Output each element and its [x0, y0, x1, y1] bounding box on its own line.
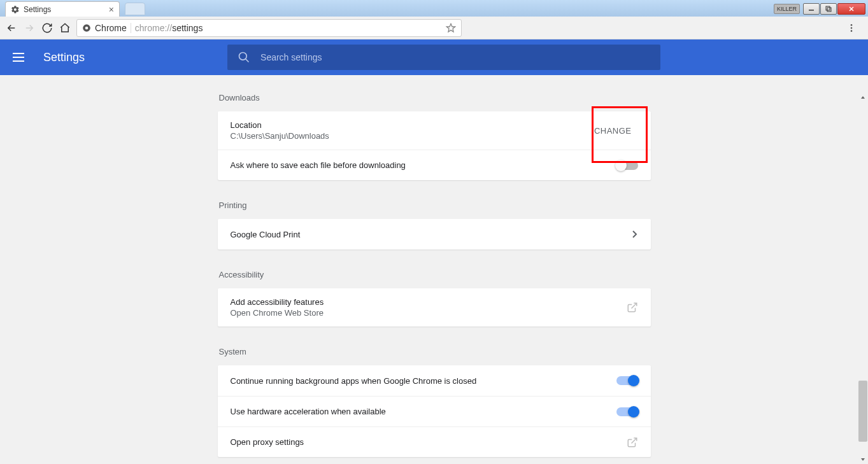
add-accessibility-sub: Open Chrome Web Store	[231, 308, 324, 318]
bg-apps-toggle[interactable]	[616, 376, 638, 385]
maximize-button[interactable]	[820, 3, 837, 15]
chrome-icon	[82, 24, 91, 32]
browser-tab[interactable]: Settings ×	[5, 1, 120, 17]
section-title-downloads: Downloads	[218, 88, 651, 111]
proxy-row[interactable]: Open proxy settings	[218, 426, 651, 457]
svg-point-7	[239, 53, 247, 60]
section-title-system: System	[218, 342, 651, 365]
external-link-icon	[627, 302, 638, 313]
window-titlebar: Settings × KILLER	[0, 0, 868, 17]
svg-point-4	[851, 24, 853, 26]
change-button[interactable]: CHANGE	[588, 122, 638, 139]
download-location-row: Location C:\Users\Sanju\Downloads CHANGE	[218, 111, 651, 150]
svg-rect-1	[827, 8, 831, 11]
close-button[interactable]	[837, 3, 865, 15]
new-tab-button[interactable]	[125, 3, 145, 15]
hamburger-menu-icon[interactable]	[13, 50, 28, 65]
browser-menu-icon[interactable]	[845, 22, 858, 34]
section-title-printing: Printing	[218, 195, 651, 219]
chevron-right-icon	[632, 230, 638, 238]
add-accessibility-label: Add accessibility features	[231, 297, 324, 307]
printing-card: Google Cloud Print	[218, 219, 651, 250]
omnibox-url: chrome://settings	[135, 23, 442, 33]
search-icon	[238, 51, 250, 64]
ask-save-row: Ask where to save each file before downl…	[218, 150, 651, 180]
external-link-icon	[627, 437, 638, 448]
add-accessibility-row[interactable]: Add accessibility features Open Chrome W…	[218, 288, 651, 327]
scrollbar-thumb[interactable]	[858, 381, 867, 442]
hw-accel-toggle[interactable]	[616, 407, 638, 416]
forward-button[interactable]	[23, 22, 36, 34]
settings-header: Settings Search settings	[0, 39, 868, 75]
downloads-card: Location C:\Users\Sanju\Downloads CHANGE…	[218, 111, 651, 180]
system-card: Continue running background apps when Go…	[218, 365, 651, 457]
hw-accel-label: Use hardware acceleration when available	[231, 407, 386, 416]
ask-save-toggle[interactable]	[616, 161, 638, 170]
bg-apps-label: Continue running background apps when Go…	[231, 376, 477, 386]
tab-close-icon[interactable]: ×	[109, 5, 114, 14]
bookmark-star-icon[interactable]	[446, 23, 456, 33]
svg-point-3	[85, 26, 89, 29]
scrollbar-track[interactable]	[858, 93, 868, 464]
omnibox-separator	[131, 23, 131, 33]
search-placeholder: Search settings	[260, 52, 322, 62]
proxy-label: Open proxy settings	[231, 437, 304, 447]
svg-point-5	[851, 27, 853, 29]
cloud-print-row[interactable]: Google Cloud Print	[218, 219, 651, 250]
gear-icon	[11, 5, 20, 14]
search-settings-input[interactable]: Search settings	[227, 45, 660, 70]
page-title: Settings	[43, 51, 85, 64]
scroll-up-arrow-icon[interactable]	[858, 93, 867, 102]
scroll-down-arrow-icon[interactable]	[858, 455, 867, 464]
bg-apps-row: Continue running background apps when Go…	[218, 365, 651, 396]
accessibility-card: Add accessibility features Open Chrome W…	[218, 288, 651, 327]
svg-point-6	[851, 30, 853, 32]
minimize-button[interactable]	[803, 3, 820, 15]
tab-title: Settings	[24, 5, 105, 14]
reload-button[interactable]	[41, 22, 53, 34]
origin-label: Chrome	[95, 23, 127, 33]
location-value: C:\Users\Sanju\Downloads	[231, 131, 329, 141]
home-button[interactable]	[59, 22, 71, 34]
ask-save-label: Ask where to save each file before downl…	[231, 160, 406, 170]
address-bar[interactable]: Chrome chrome://settings	[76, 19, 462, 37]
section-title-accessibility: Accessibility	[218, 265, 651, 288]
hw-accel-row: Use hardware acceleration when available	[218, 396, 651, 426]
location-label: Location	[231, 120, 329, 130]
settings-content: Downloads Location C:\Users\Sanju\Downlo…	[218, 75, 651, 457]
killer-badge: KILLER	[774, 4, 800, 14]
browser-toolbar: Chrome chrome://settings	[0, 17, 868, 39]
cloud-print-label: Google Cloud Print	[231, 230, 301, 239]
svg-rect-0	[826, 6, 830, 10]
back-button[interactable]	[5, 22, 18, 34]
